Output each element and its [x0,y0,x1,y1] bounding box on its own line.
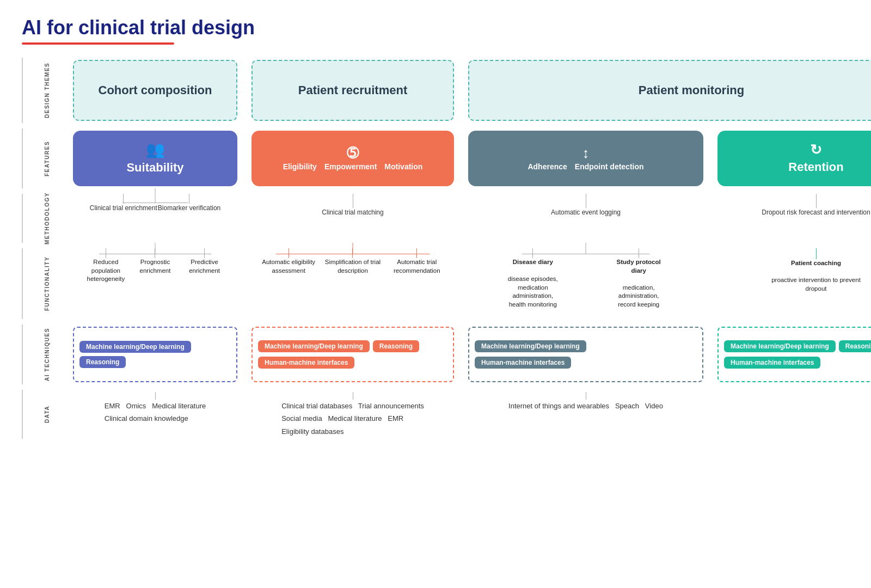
tag-retain-reasoning: Reasoning [839,340,871,352]
meth-cohort-enrichment: Clinical trial enrichment [90,204,157,213]
func-cohort-prognostic: Prognostic enrichment [131,258,180,275]
data-monitor-text: Internet of things and wearables Speach … [508,400,663,412]
ai-retain-tags-row1: Machine learning/Deep learning Reasoning [724,340,871,352]
tag-monitor-ml: Machine learning/Deep learning [475,340,586,352]
label-ai-techniques: AI TECHNIQUES [22,324,71,384]
func-monitor-protocol-diary: Study protocol diarymedication, administ… [610,258,667,309]
meth-retain-dropout: Dropout risk forecast and intervention [762,208,870,217]
label-design-themes: DESIGN THEMES [22,58,71,123]
ai-monitor-tags-row1: Machine learning/Deep learning [475,340,697,352]
feature-retention: ↻ Retention [715,128,871,188]
func-recruit-simplification: Simplification of trial description [324,258,381,275]
tag-retain-ml: Machine learning/Deep learning [724,340,836,352]
feature-monitoring: ↕ Adherence Endpoint detection [466,128,706,188]
tag-recruit-hmi: Human-machine interfaces [258,357,354,369]
func-recruit-recommendation: Automatic trial recommendation [388,258,445,275]
meth-recruit-matching: Clinical trial matching [322,208,383,217]
tag-retain-hmi: Human-machine interfaces [724,357,820,369]
suitability-box: 👥 Suitability [73,131,237,186]
ai-retain-tags-row2: Human-machine interfaces [724,357,871,369]
func-recruit-eligibility: Automatic eligibility assessment [260,258,317,275]
retention-icon: ↻ [810,143,822,157]
ai-cohort: Machine learning/Deep learning Reasoning [71,324,240,384]
tag-monitor-hmi: Human-machine interfaces [475,357,571,369]
diagram: DESIGN THEMES FEATURES METHODOLOGY FUNCT… [22,58,849,439]
theme-patient-recruitment: Patient recruitment [249,58,456,123]
retention-box: ↻ Retention [717,131,871,186]
tag-cohort-reasoning: Reasoning [79,356,126,368]
label-functionality: FUNCTIONALITY [22,248,71,319]
label-methodology: METHODOLOGY [22,194,71,243]
ai-cohort-tags: Machine learning/Deep learning Reasoning [79,341,231,368]
label-features: FEATURES [22,128,71,188]
functionality-monitoring: Disease diarydisease episodes, medicatio… [466,248,706,319]
func-retain-coaching: Patient coachingproactive intervention t… [762,259,870,293]
theme-recruitment-box: Patient recruitment [252,60,454,121]
ai-recruit-tags-row2: Human-machine interfaces [258,357,447,369]
theme-patient-monitoring: Patient monitoring [466,58,871,123]
meth-cohort-biomarker: Biomarker verification [158,204,220,213]
functionality-retention: Patient coachingproactive intervention t… [715,248,871,319]
meth-monitor-logging: Automatic event logging [551,208,621,217]
data-recruit-text: Clinical trial databases Trial announcem… [281,400,424,438]
theme-monitoring-box: Patient monitoring [468,60,871,121]
theme-cohort-box: Cohort composition [73,60,237,121]
theme-cohort-composition: Cohort composition [71,58,240,123]
tag-recruit-reasoning: Reasoning [373,340,419,352]
ai-monitoring: Machine learning/Deep learning Human-mac… [466,324,706,384]
functionality-cohort: Reduced population heterogeneity Prognos… [71,248,240,319]
data-monitoring: Internet of things and wearables Speach … [466,390,706,439]
tag-cohort-ml: Machine learning/Deep learning [79,341,191,353]
methodology-cohort: Clinical trial enrichment Biomarker veri… [71,194,240,243]
feature-recruitment: ➄ Eligibility Empowerment Motivation [249,128,456,188]
page: AI for clinical trial design DESIGN THEM… [0,0,871,588]
func-cohort-reduced: Reduced population heterogeneity [81,258,131,284]
ai-retention: Machine learning/Deep learning Reasoning… [715,324,871,384]
title-underline [22,42,174,45]
ai-monitoring-box: Machine learning/Deep learning Human-mac… [468,327,703,382]
data-retention [715,390,871,439]
feature-suitability: 👥 Suitability [71,128,240,188]
functionality-recruitment: Automatic eligibility assessment Simplif… [249,248,456,319]
recruitment-box: ➄ Eligibility Empowerment Motivation [252,131,454,186]
methodology-recruitment: Clinical trial matching [249,194,456,243]
page-title: AI for clinical trial design [22,16,849,39]
methodology-retention: Dropout risk forecast and intervention [715,194,871,243]
ai-recruit-tags-row1: Machine learning/Deep learning Reasoning [258,340,447,352]
ai-cohort-box: Machine learning/Deep learning Reasoning [73,327,237,382]
func-monitor-disease-diary: Disease diarydisease episodes, medicatio… [504,258,561,309]
data-recruitment: Clinical trial databases Trial announcem… [249,390,456,439]
monitoring-box: ↕ Adherence Endpoint detection [468,131,703,186]
data-cohort: EMR Omics Medical literature Clinical do… [71,390,240,439]
recruitment-icon: ➄ [347,146,359,160]
suitability-icon: 👥 [146,142,165,157]
data-cohort-text: EMR Omics Medical literature Clinical do… [105,400,206,425]
ai-recruitment-box: Machine learning/Deep learning Reasoning… [252,327,454,382]
tag-recruit-ml: Machine learning/Deep learning [258,340,370,352]
label-data: DATA [22,390,71,439]
ai-retention-box: Machine learning/Deep learning Reasoning… [717,327,871,382]
ai-monitor-tags-row2: Human-machine interfaces [475,357,697,369]
methodology-monitoring: Automatic event logging [466,194,706,243]
monitoring-sub-labels: Adherence Endpoint detection [527,162,643,171]
monitoring-icon: ↕ [582,146,590,160]
func-cohort-predictive: Predictive enrichment [180,258,229,275]
recruitment-sub-labels: Eligibility Empowerment Motivation [283,162,423,171]
ai-recruitment: Machine learning/Deep learning Reasoning… [249,324,456,384]
